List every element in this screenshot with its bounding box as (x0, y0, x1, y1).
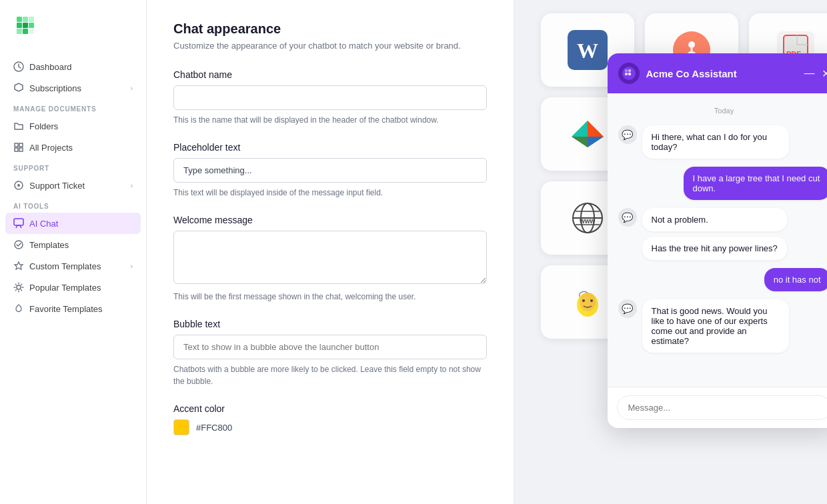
sidebar-item-dashboard[interactable]: Dashboard (0, 56, 146, 77)
accent-color-swatch[interactable] (173, 419, 189, 435)
folders-icon (13, 121, 24, 131)
svg-rect-12 (19, 143, 23, 147)
welcome-message-hint: This will be the first message shown in … (173, 291, 487, 303)
www-icon: www (569, 199, 606, 237)
app-logo-icon (13, 13, 40, 40)
templates-label: Templates (29, 240, 69, 250)
svg-rect-5 (29, 17, 34, 22)
placeholder-text-label: Placeholder text (173, 142, 487, 153)
chatbot-name-section: Chatbot name This is the name that will … (173, 69, 487, 126)
all-projects-icon (13, 142, 24, 153)
ai-tools-section: AI TOOLS (0, 196, 146, 213)
ai-chat-label: AI Chat (29, 219, 58, 229)
support-ticket-icon (13, 180, 24, 191)
page-title: Chat appearance (173, 21, 487, 37)
sidebar-item-popular-templates[interactable]: Popular Templates (0, 277, 146, 298)
svg-rect-9 (29, 29, 34, 34)
sidebar-item-support-ticket[interactable]: Support Ticket › (0, 175, 146, 196)
svg-rect-6 (29, 23, 34, 28)
svg-rect-1 (17, 17, 22, 22)
chat-header: Acme Co Assistant — ✕ (608, 53, 828, 93)
dashboard-icon (13, 61, 24, 72)
chat-message-row-user: I have a large tree that I need cut down… (618, 167, 828, 200)
svg-point-44 (580, 293, 596, 311)
chat-message-row-bot3: 💬 That is good news. Would you like to h… (618, 299, 828, 353)
mailchimp-icon (570, 285, 605, 319)
chat-message-input[interactable] (617, 395, 828, 420)
subscriptions-label: Subscriptions (29, 83, 81, 93)
manage-docs-section: MANAGE DOCUMENTS (0, 99, 146, 115)
logo-container (0, 13, 146, 56)
svg-point-23 (688, 41, 695, 48)
sidebar-item-subscriptions[interactable]: Subscriptions › (0, 77, 146, 99)
svg-rect-13 (15, 148, 18, 151)
chat-footer (608, 387, 828, 428)
placeholder-text-hint: This text will be displayed inside of th… (173, 187, 487, 199)
sidebar-item-favorite-templates[interactable]: Favorite Templates (0, 298, 146, 319)
svg-rect-7 (17, 29, 22, 34)
chat-message-row: 💬 Hi there, what can I do for you today? (618, 125, 828, 159)
svg-rect-8 (23, 29, 28, 34)
svg-point-46 (590, 299, 593, 302)
folders-label: Folders (29, 121, 58, 131)
dashboard-label: Dashboard (29, 62, 72, 72)
placeholder-text-input[interactable] (173, 158, 487, 183)
sidebar-item-folders[interactable]: Folders (0, 115, 146, 137)
custom-templates-icon (13, 261, 24, 271)
welcome-message-section: Welcome message This will be the first m… (173, 215, 487, 303)
chat-date-divider: Today (618, 107, 828, 115)
chat-message-row-user-2: no it has not (618, 268, 828, 291)
bubble-text-hint: Chatbots with a bubble are more likely t… (173, 363, 487, 387)
preview-area: W PDF (514, 0, 828, 504)
chat-bubble-bot-3: Has the tree hit any power lines? (642, 237, 787, 260)
chat-bot-icon-2: 💬 (618, 208, 637, 227)
colorful-app-icon (569, 118, 606, 150)
chat-body: Today 💬 Hi there, what can I do for you … (608, 93, 828, 387)
custom-templates-chevron: › (131, 263, 133, 270)
svg-point-19 (17, 285, 21, 289)
chatbot-name-input[interactable] (173, 85, 487, 110)
chat-header-controls: — ✕ (804, 67, 828, 80)
svg-point-16 (17, 184, 20, 187)
svg-rect-56 (625, 69, 628, 72)
sidebar: Dashboard Subscriptions › MANAGE DOCUMEN… (0, 0, 147, 504)
welcome-message-label: Welcome message (173, 215, 487, 225)
sidebar-item-ai-chat[interactable]: AI Chat (5, 213, 141, 234)
custom-templates-label: Custom Templates (29, 261, 101, 271)
sidebar-item-all-projects[interactable]: All Projects (0, 137, 146, 158)
svg-rect-58 (625, 73, 628, 75)
bubble-text-label: Bubble text (173, 319, 487, 329)
svg-rect-3 (17, 23, 22, 28)
svg-rect-4 (23, 23, 28, 28)
chat-avatar (618, 63, 640, 84)
chat-bubble-bot-4: That is good news. Would you like to hav… (642, 299, 789, 353)
sidebar-item-custom-templates[interactable]: Custom Templates › (0, 255, 146, 277)
placeholder-text-section: Placeholder text This text will be displ… (173, 142, 487, 199)
chatbot-name-hint: This is the name that will be displayed … (173, 114, 487, 126)
bubble-text-input[interactable] (173, 335, 487, 359)
chat-close-button[interactable]: ✕ (822, 67, 828, 80)
svg-rect-57 (628, 69, 631, 72)
page-subtitle: Customize the appearance of your chatbot… (173, 41, 487, 51)
svg-rect-14 (19, 148, 23, 151)
popular-templates-label: Popular Templates (29, 283, 101, 293)
accent-color-row: #FFC800 (173, 419, 487, 435)
templates-icon (13, 239, 24, 250)
chat-minimize-button[interactable]: — (804, 67, 815, 79)
popular-templates-icon (13, 282, 24, 293)
accent-color-section: Accent color #FFC800 (173, 403, 487, 435)
support-ticket-label: Support Ticket (29, 181, 85, 191)
support-ticket-chevron: › (131, 182, 133, 189)
accent-color-hex: #FFC800 (196, 423, 232, 433)
sidebar-item-templates[interactable]: Templates (0, 234, 146, 255)
welcome-message-textarea[interactable] (173, 231, 487, 284)
svg-text:www: www (579, 217, 596, 225)
svg-text:W: W (577, 39, 598, 63)
chat-bot-icon: 💬 (618, 125, 637, 144)
favorite-templates-icon (13, 303, 24, 314)
chat-bubble-bot-2: Not a problem. (642, 208, 787, 231)
all-projects-label: All Projects (29, 143, 73, 153)
svg-rect-11 (15, 143, 18, 147)
chat-bubble-user-2: no it has not (764, 268, 827, 291)
svg-rect-59 (628, 73, 631, 75)
